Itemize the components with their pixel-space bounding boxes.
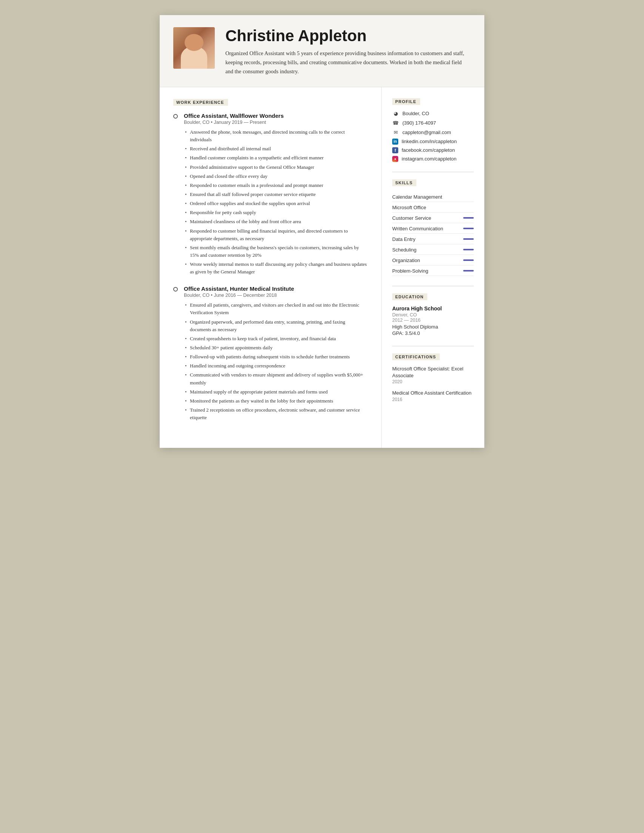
email-icon: ✉: [392, 129, 399, 136]
job-title-1: Office Assistant, Wallflower Wonders: [184, 113, 368, 119]
bullet: Handled customer complaints in a sympath…: [184, 154, 368, 162]
cert-name-1: Medical Office Assistant Certification: [392, 390, 474, 397]
location-icon: ◕: [392, 110, 399, 117]
bullet: Scheduled 30+ patient appointments daily: [184, 344, 368, 352]
job-dot-2: [173, 287, 178, 291]
resume-container: Christine Appleton Organized Office Assi…: [160, 15, 484, 448]
profile-section: PROFILE ◕ Boulder, CO ☎ (390) 176-4097 ✉…: [392, 98, 474, 162]
skills-section: SKILLS Calendar Management Microsoft Off…: [392, 179, 474, 276]
divider-2: [392, 286, 474, 286]
cert-year-0: 2020: [392, 379, 474, 384]
skill-bar-5: [463, 249, 474, 250]
bullet: Answered the phone, took messages, and d…: [184, 129, 368, 143]
profile-photo: [173, 27, 215, 69]
profile-label: PROFILE: [392, 98, 420, 105]
bullet: Sent monthly emails detailing the busine…: [184, 244, 368, 259]
cert-name-0: Microsoft Office Specialist: Excel Assoc…: [392, 365, 474, 379]
linkedin-icon: in: [392, 138, 398, 145]
profile-facebook: f facebook.com/cappleton: [392, 147, 474, 153]
bullet: Provided administrative support to the G…: [184, 164, 368, 171]
cert-entry-0: Microsoft Office Specialist: Excel Assoc…: [392, 365, 474, 384]
bullet: Wrote weekly internal memos to staff dis…: [184, 261, 368, 276]
bullet: Ensured that all staff followed proper c…: [184, 191, 368, 198]
edu-degree: High School Diploma: [392, 324, 474, 330]
profile-location: ◕ Boulder, CO: [392, 110, 474, 117]
profile-instagram: ● instagram.com/cappleton: [392, 156, 474, 162]
cert-entry-1: Medical Office Assistant Certification 2…: [392, 390, 474, 402]
edu-gpa: GPA: 3.5/4.0: [392, 330, 474, 336]
bullet: Opened and closed the office every day: [184, 172, 368, 180]
header-section: Christine Appleton Organized Office Assi…: [160, 15, 484, 87]
bullet: Responded to customer emails in a profes…: [184, 182, 368, 189]
header-text: Christine Appleton Organized Office Assi…: [225, 27, 469, 76]
left-column: WORK EXPERIENCE Office Assistant, Wallfl…: [160, 87, 382, 448]
bullet: Maintained cleanliness of the lobby and …: [184, 218, 368, 225]
skills-label: SKILLS: [392, 179, 416, 186]
bullet: Created spreadsheets to keep track of pa…: [184, 335, 368, 343]
job-bullets-1: Answered the phone, took messages, and d…: [184, 129, 368, 276]
cert-year-1: 2016: [392, 397, 474, 402]
bullet: Ordered office supplies and stocked the …: [184, 200, 368, 207]
bullet: Monitored the patients as they waited in…: [184, 397, 368, 405]
skill-item-6: Organization: [392, 255, 474, 265]
skill-item-0: Calendar Management: [392, 191, 474, 202]
bullet: Maintained supply of the appropriate pat…: [184, 388, 368, 396]
edu-years: 2012 — 2016: [392, 318, 474, 323]
certifications-section: CERTIFICATIONS Microsoft Office Speciali…: [392, 353, 474, 402]
skill-item-3: Written Communication: [392, 223, 474, 234]
profile-linkedin: in linkedin.com/in/cappleton: [392, 138, 474, 145]
job-bullets-2: Ensured all patients, caregivers, and vi…: [184, 301, 368, 421]
education-label: EDUCATION: [392, 293, 427, 300]
edu-school: Aurora High School: [392, 306, 474, 312]
bullet: Received and distributed all internal ma…: [184, 145, 368, 153]
applicant-name: Christine Appleton: [225, 27, 469, 45]
bullet: Ensured all patients, caregivers, and vi…: [184, 301, 368, 317]
right-column: PROFILE ◕ Boulder, CO ☎ (390) 176-4097 ✉…: [382, 87, 484, 448]
job-meta-1: Boulder, CO • January 2019 — Present: [184, 120, 368, 125]
education-section: EDUCATION Aurora High School Denver, CO …: [392, 293, 474, 336]
skill-bar-7: [463, 270, 474, 272]
divider-1: [392, 172, 474, 172]
work-experience-label: WORK EXPERIENCE: [173, 99, 228, 106]
job-title-2: Office Assistant, Hunter Medical Institu…: [184, 285, 368, 292]
profile-phone: ☎ (390) 176-4097: [392, 120, 474, 127]
skill-bar-3: [463, 228, 474, 229]
bullet: Communicated with vendors to ensure ship…: [184, 371, 368, 386]
divider-3: [392, 346, 474, 346]
job-meta-2: Boulder, CO • June 2016 — December 2018: [184, 293, 368, 298]
certifications-label: CERTIFICATIONS: [392, 354, 440, 360]
skill-bar-2: [463, 217, 474, 219]
job-dot-1: [173, 114, 178, 119]
instagram-icon: ●: [392, 156, 398, 162]
skill-item-5: Scheduling: [392, 244, 474, 255]
bullet: Handled incoming and outgoing correspond…: [184, 362, 368, 370]
skill-item-4: Data Entry: [392, 234, 474, 244]
bullet: Responsible for petty cash supply: [184, 209, 368, 216]
skill-item-1: Microsoft Office: [392, 202, 474, 212]
work-experience-section: WORK EXPERIENCE Office Assistant, Wallfl…: [173, 98, 368, 421]
job-entry-2: Office Assistant, Hunter Medical Institu…: [173, 285, 368, 421]
facebook-icon: f: [392, 147, 398, 153]
bullet: Trained 2 receptionists on office proced…: [184, 406, 368, 421]
profile-email: ✉ cappleton@gmail.com: [392, 129, 474, 136]
skill-bar-4: [463, 238, 474, 240]
skill-item-7: Problem-Solving: [392, 265, 474, 276]
bullet: Followed-up with patients during subsequ…: [184, 353, 368, 360]
skill-bar-6: [463, 259, 474, 261]
bullet: Organized paperwork, and performed data …: [184, 318, 368, 333]
skill-item-2: Customer Service: [392, 212, 474, 223]
phone-icon: ☎: [392, 120, 399, 127]
edu-location: Denver, CO: [392, 312, 474, 318]
bullet: Responded to customer billing and financ…: [184, 227, 368, 243]
job-entry-1: Office Assistant, Wallflower Wonders Bou…: [173, 113, 368, 276]
body-section: WORK EXPERIENCE Office Assistant, Wallfl…: [160, 87, 484, 448]
applicant-summary: Organized Office Assistant with 5 years …: [225, 49, 469, 76]
